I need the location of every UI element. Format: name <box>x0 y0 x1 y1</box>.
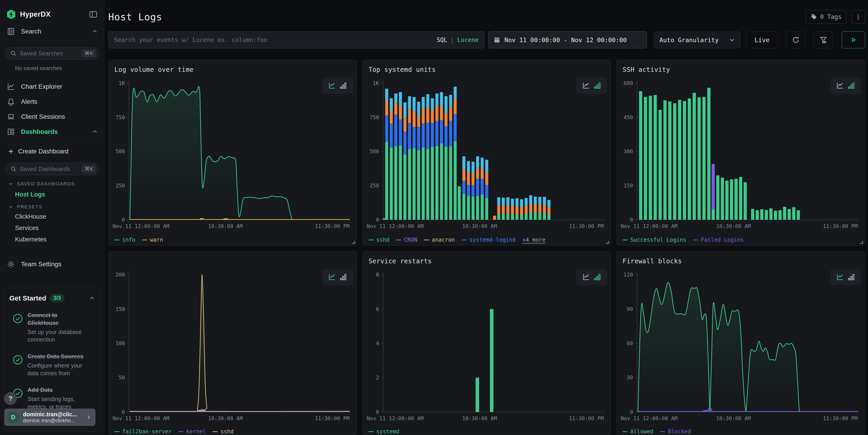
bar-chart-icon[interactable] <box>594 273 601 281</box>
get-started-item-title: Connect to ClickHouse <box>28 311 89 327</box>
bar-chart-icon[interactable] <box>847 82 855 89</box>
event-search-placeholder: Search your events w/ Lucene ex. column:… <box>114 36 436 43</box>
chart-canvas: 0306090120Nov 11 12:00:00 AM10:30:00 AM1… <box>617 251 865 435</box>
date-range-picker[interactable]: Nov 11 00:00:00 - Nov 12 00:00:00 <box>488 31 647 48</box>
sidebar-item-search[interactable]: Search <box>0 25 104 38</box>
line-chart-icon[interactable] <box>582 273 590 281</box>
chart-type-toggle <box>576 77 607 94</box>
legend-item[interactable]: warn <box>142 237 163 243</box>
legend-item[interactable]: CRON <box>396 237 417 243</box>
preset-clickhouse[interactable]: ClickHouse <box>15 213 104 221</box>
bar-chart-icon[interactable] <box>339 82 347 89</box>
line-chart-icon[interactable] <box>836 273 844 281</box>
line-chart-icon[interactable] <box>582 82 590 89</box>
sidebar-item-dashboards[interactable]: Dashboards <box>0 125 104 138</box>
user-account-chip[interactable]: D dominic.tran@clic... dominic.tran@clic… <box>4 409 95 426</box>
legend-item[interactable]: anacron <box>424 237 455 243</box>
svg-text:30: 30 <box>627 375 633 380</box>
chevron-up-icon[interactable] <box>92 129 98 135</box>
sidebar-item-client-sessions[interactable]: Client Sessions <box>0 110 104 123</box>
search-icon <box>10 50 17 57</box>
sidebar-nav-list: Chart Explorer Alerts Client Sessions Da… <box>0 80 104 138</box>
svg-text:0: 0 <box>376 217 379 223</box>
bar-chart-icon[interactable] <box>339 273 347 281</box>
filter-button[interactable] <box>814 31 833 48</box>
get-started-header[interactable]: Get Started 3/3 <box>9 294 95 302</box>
legend-item[interactable]: info <box>115 237 135 243</box>
sidebar-collapse-icon[interactable] <box>89 10 98 19</box>
create-dashboard-button[interactable]: Create Dashboard <box>0 146 104 157</box>
saved-dashboards-input[interactable]: Saved Dashboards ⌘K <box>5 163 99 175</box>
svg-text:0: 0 <box>122 409 125 415</box>
user-email: dominic.tran@clickho... <box>23 418 77 424</box>
chart-type-toggle <box>830 77 861 94</box>
plus-icon <box>8 148 14 155</box>
chart-legend: fail2ban-serverkernelsshd <box>115 428 234 435</box>
refresh-icon <box>792 36 800 44</box>
gear-icon <box>7 260 15 268</box>
get-started-item[interactable]: Connect to ClickHouse Set up your databa… <box>9 311 95 344</box>
legend-item[interactable]: systemd-logind <box>462 237 516 243</box>
chevron-up-icon[interactable] <box>89 295 95 301</box>
sidebar-item-alerts[interactable]: Alerts <box>0 95 104 108</box>
legend-item[interactable]: Successful Logins <box>622 237 686 243</box>
bar-chart-icon[interactable] <box>594 82 601 89</box>
bar-chart-icon[interactable] <box>847 273 855 281</box>
line-chart-icon[interactable] <box>836 82 844 89</box>
chevron-right-icon <box>86 414 91 420</box>
sql-toggle[interactable]: SQL <box>436 36 447 43</box>
chart-panel-top-systemd-units: Top systemd units 02505007501KNov 11 12:… <box>363 60 611 246</box>
get-started-item[interactable]: Add Data Start sending logs, metrics, or… <box>9 386 95 411</box>
get-started-item[interactable]: Create Data Sources Configure where your… <box>9 353 95 377</box>
granularity-value: Auto Granularity <box>659 36 719 43</box>
line-chart-icon[interactable] <box>328 273 336 281</box>
preset-services[interactable]: Services <box>15 224 104 232</box>
controls-row: Search your events w/ Lucene ex. column:… <box>108 31 865 48</box>
sidebar-item-chart-explorer[interactable]: Chart Explorer <box>0 80 104 93</box>
legend-item[interactable]: sshd <box>213 428 234 435</box>
section-presets[interactable]: PRESETS <box>8 204 104 210</box>
legend-item[interactable]: systemd <box>369 428 399 435</box>
help-button[interactable]: ? <box>4 392 17 405</box>
resize-handle[interactable] <box>860 241 863 244</box>
run-query-button[interactable] <box>842 31 865 48</box>
sidebar: HyperDX Search Saved Searches ⌘K No save… <box>0 0 104 435</box>
svg-text:1K: 1K <box>373 80 379 86</box>
legend-item[interactable]: Allowed <box>622 428 653 435</box>
svg-text:0: 0 <box>630 217 633 223</box>
saved-searches-input[interactable]: Saved Searches ⌘K <box>5 47 99 60</box>
legend-item[interactable]: fail2ban-server <box>115 428 172 435</box>
chevron-up-icon[interactable] <box>92 29 98 34</box>
page-header: Host Logs 0 Tags <box>108 11 865 24</box>
svg-text:600: 600 <box>624 80 633 86</box>
app-root: HyperDX Search Saved Searches ⌘K No save… <box>0 0 868 435</box>
granularity-select[interactable]: Auto Granularity <box>654 31 741 48</box>
brand-row: HyperDX <box>0 9 104 20</box>
legend-item[interactable]: Blocked <box>660 428 691 435</box>
legend-more-link[interactable]: +4 more <box>522 237 546 243</box>
tags-button[interactable]: 0 Tags <box>806 10 846 24</box>
preset-kubernetes[interactable]: Kubernetes <box>15 236 104 244</box>
resize-handle[interactable] <box>606 241 609 244</box>
legend-item[interactable]: kernel <box>179 428 206 435</box>
saved-dashboard-host-logs[interactable]: Host Logs <box>15 191 104 198</box>
search-list-icon <box>7 27 15 36</box>
refresh-button[interactable] <box>786 31 805 48</box>
chart-panel-service-restarts: Service restarts 02468Nov 11 12:00:00 AM… <box>363 251 611 435</box>
sidebar-item-team-settings[interactable]: Team Settings <box>0 258 104 271</box>
chart-panel-auth-failures: 050100150200Nov 11 12:00:00 AM10:30:00 A… <box>108 251 357 435</box>
legend-item[interactable]: Failed Logins <box>693 237 744 243</box>
live-button[interactable]: Live <box>746 31 778 48</box>
chart-type-toggle <box>576 269 607 285</box>
line-chart-icon[interactable] <box>328 82 336 89</box>
event-search-input[interactable]: Search your events w/ Lucene ex. column:… <box>108 31 485 48</box>
lucene-toggle[interactable]: Lucene <box>457 36 479 43</box>
section-saved-dashboards[interactable]: SAVED DASHBOARDS <box>8 181 104 186</box>
svg-text:Nov 11 12:00:00 AM: Nov 11 12:00:00 AM <box>621 223 677 229</box>
filter-edit-icon <box>819 36 828 44</box>
resize-handle[interactable] <box>352 241 355 244</box>
chart-type-toggle <box>322 77 353 94</box>
search-icon <box>10 166 17 172</box>
more-menu-button[interactable] <box>851 10 865 24</box>
legend-item[interactable]: sshd <box>369 237 390 243</box>
